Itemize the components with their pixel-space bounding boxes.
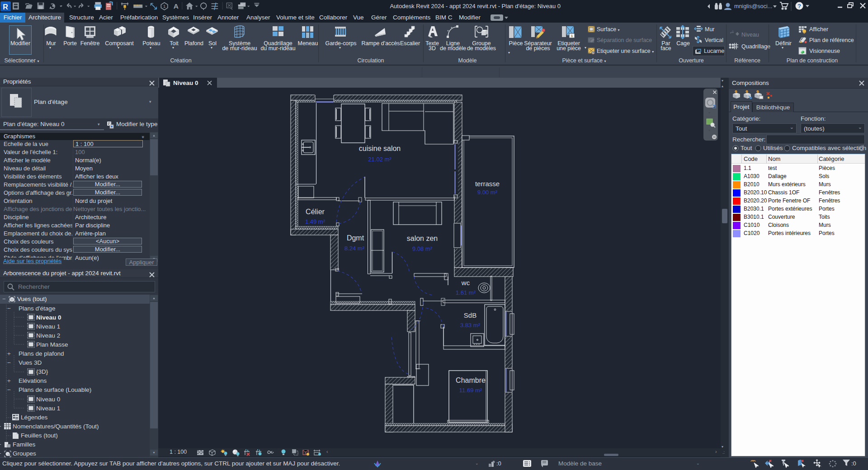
svg-text:Autodesk Revit 2024 - appt 202: Autodesk Revit 2024 - appt 2024 revit.rv… [390,3,561,9]
svg-text:R: R [3,3,8,11]
svg-text:cuisine salon: cuisine salon [359,145,401,152]
svg-text:A: A [174,2,179,10]
svg-text:-1: -1 [731,30,734,33]
svg-text:1.61 m²: 1.61 m² [456,289,476,296]
svg-text:3.83 m²: 3.83 m² [460,322,481,329]
svg-text:21.02 m²: 21.02 m² [368,156,392,163]
svg-text:terrasse: terrasse [475,180,500,188]
svg-text:8.24 m²: 8.24 m² [344,245,365,252]
svg-text:Chambre: Chambre [456,376,486,384]
svg-text:9.00 m²: 9.00 m² [477,189,498,196]
svg-text:SdB: SdB [464,311,476,319]
svg-text:wc: wc [461,279,470,287]
svg-text:1: 1 [163,4,165,9]
svg-text:2D: 2D [712,104,716,109]
svg-text:11.69 m²: 11.69 m² [459,387,482,394]
svg-text:1.49 m²: 1.49 m² [305,218,326,225]
svg-text:Célier: Célier [306,208,325,216]
svg-text:9.08 m²: 9.08 m² [412,245,433,252]
svg-text:Dgmt: Dgmt [347,234,364,242]
svg-text:salon zen: salon zen [407,235,438,242]
svg-text:mniglis@soci...: mniglis@soci... [734,3,772,9]
svg-text:1: 1 [571,34,573,38]
svg-text:@: @ [591,52,594,55]
svg-text:?: ? [797,3,801,9]
